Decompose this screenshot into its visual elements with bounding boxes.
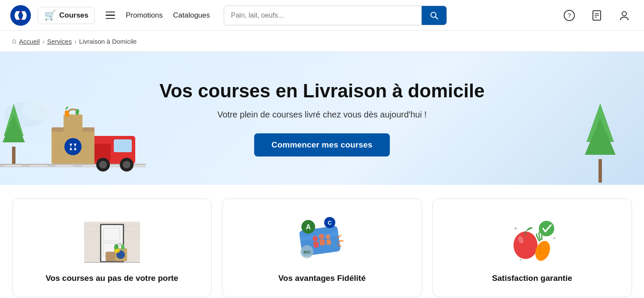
hero-banner: Vos courses en Livraison à domicile Votr… — [0, 52, 644, 185]
chat-button[interactable]: ? — [560, 6, 579, 25]
card-satisfaction: ✦ ✦ ✦ Satisfaction garantie — [432, 199, 632, 297]
svg-text:C: C — [328, 220, 332, 226]
svg-rect-69 — [313, 241, 319, 248]
svg-point-63 — [121, 244, 125, 250]
svg-text:✦: ✦ — [519, 258, 522, 262]
svg-line-4 — [435, 17, 437, 19]
svg-point-0 — [10, 5, 31, 26]
svg-point-11 — [622, 12, 626, 16]
cards-section: Vos courses au pas de votre porte A — [0, 185, 644, 297]
right-tree-illustration — [584, 99, 618, 185]
svg-text:A: A — [306, 223, 311, 231]
satisfaction-icon: ✦ ✦ ✦ — [502, 213, 562, 265]
svg-text:✦: ✦ — [513, 226, 518, 232]
card-fidelity: A C BIO Vos avantages Fidélité — [222, 199, 422, 297]
card-door-delivery: Vos courses au pas de votre porte — [12, 199, 212, 297]
svg-rect-84 — [525, 231, 526, 235]
chat-icon: ? — [563, 9, 575, 21]
cta-button[interactable]: Commencer mes courses — [254, 133, 389, 157]
main-nav: Promotions Catalogues — [126, 11, 210, 20]
svg-rect-26 — [114, 139, 132, 152]
svg-rect-39 — [64, 114, 82, 132]
nav-promotions[interactable]: Promotions — [126, 11, 163, 20]
orders-icon — [591, 9, 603, 21]
breadcrumb-sep-2: › — [74, 38, 76, 45]
hero-subtitle: Votre plein de courses livré chez vous d… — [159, 110, 484, 120]
svg-rect-42 — [598, 159, 602, 183]
svg-rect-14 — [12, 147, 15, 164]
breadcrumb-home[interactable]: Accueil — [19, 38, 39, 45]
courses-tab[interactable]: 🛒 Courses — [38, 7, 95, 24]
svg-point-13 — [21, 99, 56, 121]
breadcrumb-sep-1: › — [43, 38, 45, 45]
search-bar — [224, 6, 447, 25]
card-satisfaction-image: ✦ ✦ ✦ — [502, 211, 562, 267]
svg-point-33 — [64, 138, 82, 155]
orders-button[interactable] — [587, 6, 606, 25]
card-door-delivery-title: Vos courses au pas de votre porte — [46, 274, 178, 283]
svg-rect-64 — [106, 252, 115, 261]
svg-point-29 — [99, 161, 107, 169]
header: 🛒 Courses Promotions Catalogues ? — [0, 0, 644, 31]
svg-text:BIO: BIO — [304, 250, 310, 254]
hero-illustration-right — [584, 99, 618, 185]
breadcrumb-services[interactable]: Services — [47, 38, 72, 45]
search-icon — [429, 11, 439, 20]
card-fidelity-image: A C BIO — [292, 211, 352, 267]
svg-point-31 — [123, 161, 131, 169]
breadcrumb: ⌂ Accueil › Services › Livraison à Domic… — [0, 31, 644, 52]
account-icon — [618, 9, 630, 21]
svg-rect-71 — [319, 239, 325, 246]
svg-text:✦: ✦ — [553, 236, 556, 241]
svg-rect-19 — [4, 165, 21, 166]
carrefour-logo-icon — [10, 5, 31, 26]
hero-illustration-left — [0, 80, 146, 185]
hero-title: Vos courses en Livraison à domicile — [159, 80, 484, 102]
svg-point-90 — [539, 221, 554, 236]
svg-rect-24 — [133, 165, 146, 166]
hamburger-button[interactable] — [102, 7, 119, 24]
fidelity-card-icon: A C BIO — [292, 213, 352, 265]
carrefour-logo-wrap[interactable] — [10, 5, 31, 26]
svg-point-65 — [115, 249, 120, 253]
door-delivery-icon — [82, 213, 142, 265]
home-icon: ⌂ — [12, 37, 16, 45]
card-fidelity-title: Vos avantages Fidélité — [278, 274, 365, 283]
card-door-delivery-image — [82, 211, 142, 267]
account-button[interactable] — [615, 6, 634, 25]
breadcrumb-current: Livraison à Domicile — [79, 38, 137, 45]
svg-rect-21 — [56, 165, 73, 166]
svg-point-83 — [513, 232, 538, 259]
header-icons: ? — [560, 6, 634, 25]
card-satisfaction-title: Satisfaction garantie — [492, 274, 572, 283]
svg-rect-22 — [82, 165, 99, 166]
courses-tab-label: Courses — [59, 11, 88, 20]
svg-rect-73 — [326, 239, 331, 245]
truck-illustration — [0, 80, 146, 183]
basket-icon: 🛒 — [44, 10, 56, 21]
search-input[interactable] — [224, 7, 422, 24]
svg-text:?: ? — [568, 12, 571, 19]
svg-rect-20 — [30, 165, 47, 166]
hero-center-content: Vos courses en Livraison à domicile Votr… — [159, 80, 484, 157]
search-button[interactable] — [422, 6, 447, 25]
nav-catalogues[interactable]: Catalogues — [173, 11, 210, 20]
